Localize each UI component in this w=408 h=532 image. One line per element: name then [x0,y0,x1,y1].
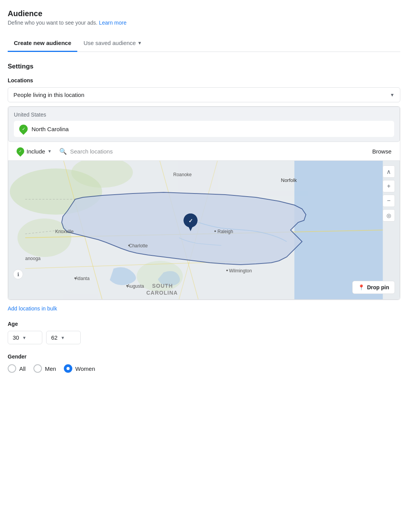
svg-text:SOUTH: SOUTH [152,283,173,289]
drop-pin-icon: 📍 [358,284,365,290]
search-icon: 🔍 [59,148,67,155]
gender-section: Gender All Men Women [8,354,400,373]
svg-text:CAROLINA: CAROLINA [147,290,178,296]
location-list: United States North Carolina [8,107,400,142]
settings-section: Settings Locations People living in this… [8,63,400,373]
age-label: Age [8,321,400,327]
age-max-dropdown[interactable]: 62 ▼ [46,331,81,344]
location-box: United States North Carolina Include ▼ 🔍… [8,106,400,300]
svg-text:Roanoke: Roanoke [173,172,192,177]
search-placeholder: Search locations [70,148,113,155]
age-min-arrow-icon: ▼ [22,335,27,340]
location-country: United States [14,112,394,118]
locations-section: Locations People living in this location… [8,77,400,312]
include-label: Include [27,148,45,155]
map-zoom-in-button[interactable]: + [383,180,395,192]
page-title: Audience [8,9,400,18]
map-svg: Norfolk Roanoke Knoxville Charlotte Rale… [8,161,400,299]
settings-title: Settings [8,63,400,70]
gender-option-men[interactable]: Men [33,364,56,373]
tab-use-saved-audience[interactable]: Use saved audience ▼ [77,35,148,52]
include-button[interactable]: Include ▼ [13,144,55,158]
gender-option-women[interactable]: Women [64,364,95,373]
gender-women-label: Women [75,365,95,372]
svg-text:Wilmington: Wilmington [229,268,252,274]
saved-audience-dropdown-icon: ▼ [137,40,142,46]
browse-button[interactable]: Browse [368,145,395,158]
age-max-arrow-icon: ▼ [61,335,65,340]
gender-all-label: All [19,365,26,372]
age-max-value: 62 [51,334,58,341]
svg-text:Raleigh: Raleigh [218,229,233,234]
svg-text:Norfolk: Norfolk [281,177,297,183]
map-wrapper: Norfolk Roanoke Knoxville Charlotte Rale… [8,161,400,300]
svg-text:✓: ✓ [188,218,193,224]
gender-radio-men[interactable] [33,364,42,373]
drop-pin-button[interactable]: 📍 Drop pin [352,281,395,294]
map-location-button[interactable]: ◎ [383,209,395,222]
svg-text:Charlotte: Charlotte [129,243,148,248]
svg-point-19 [215,230,216,232]
age-min-value: 30 [13,334,19,341]
location-item-label: North Carolina [32,126,69,132]
location-filter-label: People living in this location [13,92,84,98]
tab-bar: Create new audience Use saved audience ▼ [8,35,400,52]
location-filter-arrow-icon: ▼ [390,92,395,98]
gender-radio-all[interactable] [8,364,16,373]
map-info-button[interactable]: ℹ [13,269,23,279]
svg-text:anooga: anooga [25,256,41,261]
location-pin-icon [17,123,29,135]
include-pin-icon [15,146,26,157]
location-item-north-carolina: North Carolina [14,121,394,137]
gender-option-all[interactable]: All [8,364,26,373]
age-selects: 30 ▼ 62 ▼ [8,331,400,344]
map-container: Norfolk Roanoke Knoxville Charlotte Rale… [8,161,400,299]
locations-label: Locations [8,77,400,83]
svg-point-25 [226,270,228,271]
svg-point-23 [127,285,128,287]
svg-text:Knoxville: Knoxville [55,229,74,234]
gender-men-label: Men [45,365,56,372]
location-controls-row: Include ▼ 🔍 Search locations Browse [8,142,400,161]
age-min-dropdown[interactable]: 30 ▼ [8,331,42,344]
gender-radio-women[interactable] [64,364,72,373]
tab-create-new-audience[interactable]: Create new audience [8,35,77,52]
svg-point-17 [128,245,130,246]
page-subtitle: Define who you want to see your ads. Lea… [8,20,400,26]
age-section: Age 30 ▼ 62 ▼ [8,321,400,344]
svg-point-21 [75,277,76,279]
audience-header: Audience Define who you want to see your… [8,9,400,26]
add-locations-bulk-link[interactable]: Add locations in bulk [8,305,57,312]
gender-options: All Men Women [8,364,400,373]
search-locations-input[interactable]: 🔍 Search locations [55,145,368,158]
drop-pin-label: Drop pin [367,284,389,290]
learn-more-link[interactable]: Learn more [99,20,127,26]
map-controls: ∧ + − ◎ [383,165,395,222]
svg-text:Augusta: Augusta [127,284,144,289]
map-zoom-up-button[interactable]: ∧ [383,165,395,178]
include-dropdown-arrow-icon: ▼ [47,149,52,153]
svg-text:Atlanta: Atlanta [75,276,90,281]
gender-label: Gender [8,354,400,360]
map-zoom-out-button[interactable]: − [383,195,395,207]
location-filter-dropdown[interactable]: People living in this location ▼ [8,87,400,102]
